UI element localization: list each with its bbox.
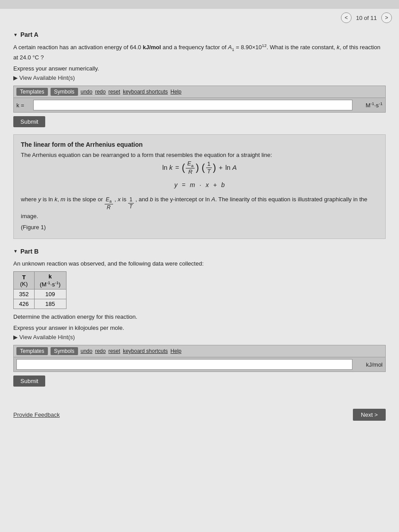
slope-frac-num: Ea bbox=[105, 196, 113, 204]
eq-lna: ln A bbox=[225, 162, 237, 173]
arrhenius-body-text: The Arrhenius equation can be rearranged… bbox=[21, 151, 378, 160]
part-b-input[interactable] bbox=[16, 359, 352, 370]
symbols-button-b[interactable]: Symbols bbox=[51, 347, 78, 355]
symbols-button-a[interactable]: Symbols bbox=[51, 88, 78, 96]
part-b-problem-text: An unknown reaction was observed, and th… bbox=[13, 259, 386, 268]
plus2: + bbox=[213, 180, 217, 190]
part-b-section: ▼ Part B An unknown reaction was observe… bbox=[13, 248, 386, 387]
next-button-top[interactable]: > bbox=[381, 12, 392, 23]
part-a-collapse-arrow[interactable]: ▼ bbox=[13, 32, 18, 37]
templates-button-b[interactable]: Templates bbox=[16, 347, 48, 355]
table-cell-k2: 185 bbox=[34, 299, 66, 309]
part-a-hint-link[interactable]: ▶ View Available Hint(s) bbox=[13, 74, 386, 81]
table-cell-T2: 426 bbox=[14, 299, 35, 309]
ymxb-equation: y = m · x + b bbox=[21, 180, 378, 190]
part-b-toolbar: Templates Symbols undo redo reset keyboa… bbox=[13, 345, 386, 357]
b-var: b bbox=[221, 180, 225, 190]
eq-equals2: = bbox=[182, 180, 185, 190]
part-b-answer-row: kJ/mol bbox=[13, 357, 386, 372]
eq-frac1-num: Ea bbox=[186, 160, 195, 168]
help-button-b[interactable]: Help bbox=[171, 348, 182, 354]
x-fraction: 1 T bbox=[128, 196, 134, 210]
redo-button-b[interactable]: redo bbox=[95, 348, 106, 354]
part-a-toolbar: Templates Symbols undo redo reset keyboa… bbox=[13, 86, 386, 98]
keyboard-button-b[interactable]: keyboard shortcuts bbox=[123, 348, 168, 354]
eq-frac1-paren: ( Ea R ) bbox=[182, 160, 199, 176]
part-a-label: Part A bbox=[20, 31, 39, 38]
table-cell-k1: 109 bbox=[34, 289, 66, 299]
arrhenius-section: The linear form of the Arrhenius equatio… bbox=[13, 134, 386, 239]
table-header-T: T(K) bbox=[14, 272, 35, 289]
keyboard-button-a[interactable]: keyboard shortcuts bbox=[123, 89, 168, 95]
eq-frac2-den: T bbox=[206, 168, 212, 175]
part-a-answer-label: k = bbox=[16, 102, 30, 109]
part-b-determine-text: Determine the activation energy for this… bbox=[13, 313, 386, 321]
arrhenius-body: The Arrhenius equation can be rearranged… bbox=[21, 151, 378, 232]
table-row: 352 109 bbox=[14, 289, 66, 299]
part-b-submit-button[interactable]: Submit bbox=[13, 376, 45, 387]
eq-equals1: = bbox=[175, 162, 179, 173]
table-header-k: k(M-1·s-1) bbox=[34, 272, 66, 289]
eq-lnk: ln k bbox=[162, 162, 172, 173]
undo-button-a[interactable]: undo bbox=[81, 89, 93, 95]
page-counter: 10 of 11 bbox=[356, 15, 377, 21]
footer-bar: Provide Feedback Next > bbox=[0, 404, 399, 425]
part-b-hint-link[interactable]: ▶ View Available Hint(s) bbox=[13, 334, 386, 340]
templates-button-a[interactable]: Templates bbox=[16, 88, 48, 96]
eq-frac1-den: R bbox=[187, 168, 194, 176]
x-frac-num: 1 bbox=[128, 196, 134, 203]
undo-button-b[interactable]: undo bbox=[81, 348, 93, 354]
part-b-header: ▼ Part B bbox=[13, 248, 386, 255]
paren-open-2: ( bbox=[202, 163, 205, 172]
table-row: 426 185 bbox=[14, 299, 66, 309]
eq-frac2-num: 1 bbox=[206, 160, 212, 168]
part-a-section: ▼ Part A A certain reaction has an activ… bbox=[13, 31, 386, 127]
part-a-answer-row: k = M-1·s-1 bbox=[13, 98, 386, 113]
eq-plus: + bbox=[219, 162, 223, 173]
y-var: y bbox=[174, 180, 177, 190]
help-button-a[interactable]: Help bbox=[171, 89, 182, 95]
eq-fraction-1: Ea R bbox=[186, 160, 195, 176]
slope-fraction: Ea R bbox=[105, 196, 113, 211]
arrhenius-equation: ln k = ( Ea R ) ( 1 T bbox=[21, 160, 378, 176]
part-a-header: ▼ Part A bbox=[13, 31, 386, 38]
slope-frac-den: R bbox=[106, 204, 112, 211]
nav-controls: < 10 of 11 > bbox=[341, 12, 392, 23]
arrhenius-title: The linear form of the Arrhenius equatio… bbox=[21, 141, 378, 148]
table-cell-T1: 352 bbox=[14, 289, 35, 299]
part-b-unit: kJ/mol bbox=[356, 361, 383, 368]
part-b-collapse-arrow[interactable]: ▼ bbox=[13, 249, 18, 254]
m-var: m bbox=[190, 180, 195, 190]
redo-button-a[interactable]: redo bbox=[95, 89, 106, 95]
prev-button[interactable]: < bbox=[341, 12, 352, 23]
x-frac-den: T bbox=[128, 203, 134, 210]
data-table: T(K) k(M-1·s-1) 352 109 426 185 bbox=[13, 271, 66, 309]
part-b-express-text: Express your answer in kilojoules per mo… bbox=[13, 325, 386, 331]
eq-frac2-paren: ( 1 T ) bbox=[202, 160, 216, 175]
part-a-unit: M-1·s-1 bbox=[356, 101, 383, 109]
x-var: x bbox=[206, 180, 209, 190]
reset-button-a[interactable]: reset bbox=[108, 89, 120, 95]
figure-ref: (Figure 1) bbox=[21, 223, 378, 232]
reset-button-b[interactable]: reset bbox=[108, 348, 120, 354]
part-b-label: Part B bbox=[20, 248, 39, 255]
paren-close-2: ) bbox=[213, 163, 216, 172]
part-a-submit-button[interactable]: Submit bbox=[13, 116, 45, 127]
dot-separator: · bbox=[200, 180, 201, 190]
paren-close-1: ) bbox=[196, 163, 199, 172]
variable-description: where y is ln k, m is the slope or Ea R … bbox=[21, 194, 378, 221]
paren-open-1: ( bbox=[182, 163, 185, 172]
feedback-link[interactable]: Provide Feedback bbox=[13, 411, 60, 418]
part-a-problem-text: A certain reaction has an activation ene… bbox=[13, 43, 386, 62]
part-a-input[interactable] bbox=[33, 100, 352, 110]
eq-fraction-2: 1 T bbox=[206, 160, 212, 175]
part-a-express-text: Express your answer numerically. bbox=[13, 65, 386, 72]
next-button-bottom[interactable]: Next > bbox=[353, 409, 386, 421]
top-navigation: < 10 of 11 > bbox=[0, 9, 399, 27]
